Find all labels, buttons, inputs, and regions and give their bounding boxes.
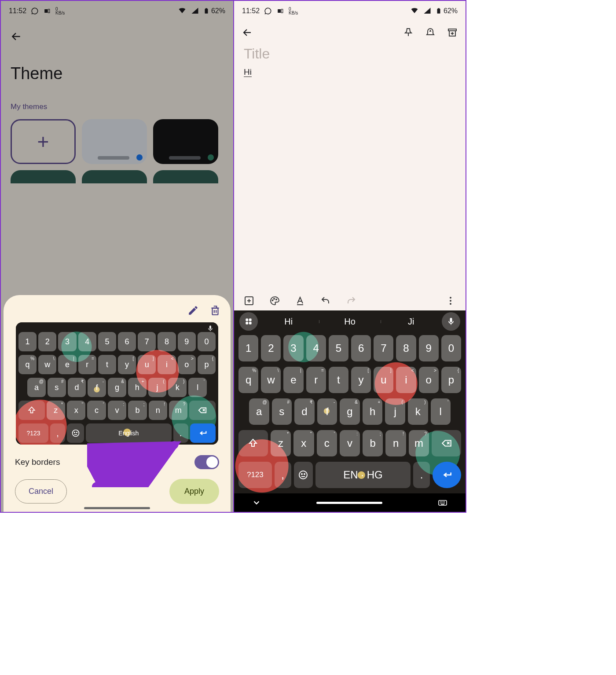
shift-key[interactable] bbox=[18, 401, 45, 420]
key-7[interactable]: 7 bbox=[138, 332, 156, 351]
backspace-key[interactable] bbox=[432, 430, 461, 456]
key-5[interactable]: 5 bbox=[98, 332, 116, 351]
key-a[interactable]: a@ bbox=[249, 398, 269, 425]
key-d[interactable]: d₹ bbox=[68, 378, 86, 397]
key-2[interactable]: 2 bbox=[38, 332, 56, 351]
cancel-button[interactable]: Cancel bbox=[15, 479, 67, 504]
key-o[interactable]: o> bbox=[178, 355, 196, 374]
mic-button[interactable] bbox=[442, 312, 460, 331]
key-n[interactable]: n! bbox=[149, 401, 167, 420]
key-a[interactable]: a@ bbox=[27, 378, 46, 397]
key-z[interactable]: z* bbox=[47, 401, 65, 420]
space-key[interactable]: EN · HG bbox=[315, 462, 411, 488]
symbols-key[interactable]: ?123 bbox=[18, 423, 48, 443]
key-9[interactable]: 9 bbox=[419, 335, 439, 361]
key-4[interactable]: 4 bbox=[78, 332, 96, 351]
reminder-icon[interactable] bbox=[425, 27, 436, 38]
key-y[interactable]: y[ bbox=[118, 355, 136, 374]
key-4[interactable]: 4 bbox=[306, 335, 326, 361]
symbols-key[interactable]: ?123 bbox=[238, 462, 272, 488]
delete-icon[interactable] bbox=[209, 305, 221, 316]
add-theme-button[interactable]: + bbox=[11, 119, 76, 164]
key-s[interactable]: s# bbox=[272, 398, 292, 425]
key-f[interactable]: f- bbox=[88, 378, 106, 397]
key-0[interactable]: 0 bbox=[441, 335, 461, 361]
theme-thumb[interactable] bbox=[82, 170, 147, 183]
back-icon[interactable] bbox=[242, 27, 253, 38]
key-y[interactable]: y[ bbox=[351, 367, 371, 393]
key-1[interactable]: 1 bbox=[238, 335, 258, 361]
add-box-icon[interactable] bbox=[244, 296, 254, 306]
key-e[interactable]: e| bbox=[283, 367, 303, 393]
key-c[interactable]: c' bbox=[317, 430, 337, 456]
key-l[interactable]: l' bbox=[431, 398, 451, 425]
theme-thumb[interactable] bbox=[153, 170, 218, 183]
key-h[interactable]: h+ bbox=[363, 398, 383, 425]
key-i[interactable]: i< bbox=[396, 367, 416, 393]
palette-icon[interactable] bbox=[269, 296, 280, 306]
key-n[interactable]: n! bbox=[385, 430, 406, 456]
key-2[interactable]: 2 bbox=[261, 335, 281, 361]
key-1[interactable]: 1 bbox=[18, 332, 37, 351]
key-v[interactable]: v: bbox=[108, 401, 126, 420]
key-x[interactable]: x" bbox=[293, 430, 314, 456]
key-j[interactable]: j( bbox=[385, 398, 405, 425]
key-v[interactable]: v: bbox=[340, 430, 360, 456]
key-l[interactable]: l' bbox=[188, 378, 207, 397]
key-6[interactable]: 6 bbox=[351, 335, 371, 361]
key-borders-toggle[interactable] bbox=[194, 455, 219, 469]
comma-key[interactable]: , bbox=[275, 462, 291, 488]
key-h[interactable]: h+ bbox=[128, 378, 147, 397]
note-body-input[interactable]: Hi bbox=[234, 65, 466, 80]
key-i[interactable]: i< bbox=[158, 355, 176, 374]
pin-icon[interactable] bbox=[403, 27, 414, 38]
key-o[interactable]: o> bbox=[419, 367, 439, 393]
key-r[interactable]: r= bbox=[78, 355, 96, 374]
key-k[interactable]: k) bbox=[168, 378, 187, 397]
key-g[interactable]: g& bbox=[340, 398, 360, 425]
key-e[interactable]: e| bbox=[58, 355, 76, 374]
key-p[interactable]: p{ bbox=[441, 367, 461, 393]
nav-collapse-icon[interactable] bbox=[252, 498, 261, 507]
key-6[interactable]: 6 bbox=[118, 332, 136, 351]
key-s[interactable]: s# bbox=[48, 378, 66, 397]
period-key[interactable]: . bbox=[173, 423, 188, 443]
key-g[interactable]: g& bbox=[108, 378, 126, 397]
redo-icon[interactable] bbox=[346, 296, 356, 306]
key-u[interactable]: u] bbox=[138, 355, 156, 374]
theme-thumb-dark[interactable] bbox=[153, 119, 218, 164]
key-8[interactable]: 8 bbox=[158, 332, 176, 351]
key-x[interactable]: x" bbox=[67, 401, 85, 420]
key-k[interactable]: k) bbox=[408, 398, 428, 425]
key-m[interactable]: m? bbox=[169, 401, 187, 420]
keyboard[interactable]: Hi Ho Ji 1234567890 q%w\e|r=ty[u]i<o>p{ … bbox=[234, 310, 466, 493]
key-u[interactable]: u] bbox=[374, 367, 393, 393]
shift-key[interactable] bbox=[238, 430, 268, 456]
archive-icon[interactable] bbox=[447, 27, 458, 38]
key-7[interactable]: 7 bbox=[374, 335, 393, 361]
apply-button[interactable]: Apply bbox=[169, 479, 219, 504]
more-icon[interactable] bbox=[445, 296, 456, 306]
suggestion[interactable]: Hi bbox=[258, 317, 319, 327]
key-5[interactable]: 5 bbox=[329, 335, 348, 361]
undo-icon[interactable] bbox=[320, 296, 331, 306]
key-8[interactable]: 8 bbox=[396, 335, 416, 361]
key-d[interactable]: d₹ bbox=[294, 398, 315, 425]
keyboard-menu-icon[interactable] bbox=[239, 312, 258, 331]
key-q[interactable]: q% bbox=[238, 367, 258, 393]
key-t[interactable]: t bbox=[329, 367, 348, 393]
key-p[interactable]: p{ bbox=[198, 355, 216, 374]
suggestion[interactable]: Ho bbox=[319, 317, 380, 327]
key-q[interactable]: q% bbox=[18, 355, 37, 374]
key-t[interactable]: t bbox=[98, 355, 116, 374]
edit-icon[interactable] bbox=[187, 305, 199, 316]
emoji-key[interactable] bbox=[67, 423, 84, 443]
key-b[interactable]: b; bbox=[128, 401, 147, 420]
enter-key[interactable] bbox=[190, 423, 216, 443]
enter-key[interactable] bbox=[433, 462, 461, 488]
note-title-input[interactable]: Title bbox=[234, 42, 466, 65]
key-9[interactable]: 9 bbox=[178, 332, 196, 351]
space-key[interactable]: English bbox=[86, 423, 172, 443]
key-j[interactable]: j( bbox=[148, 378, 167, 397]
backspace-key[interactable] bbox=[189, 401, 216, 420]
